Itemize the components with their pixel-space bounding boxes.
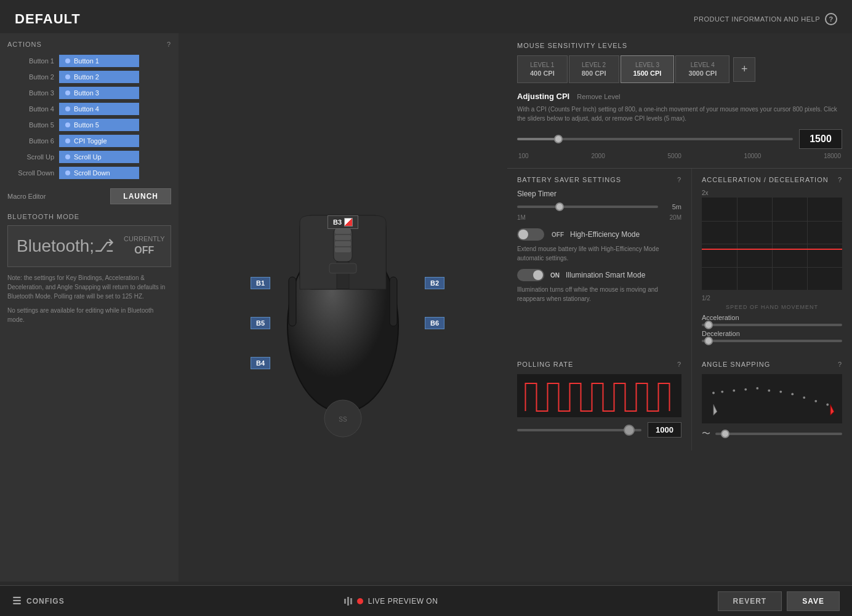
action-row: Scroll Down Scroll Down bbox=[7, 165, 171, 181]
svg-point-21 bbox=[814, 400, 817, 402]
action-dot bbox=[65, 138, 70, 143]
action-button[interactable]: Button 3 bbox=[59, 87, 139, 99]
launch-button[interactable]: LAUNCH bbox=[110, 188, 171, 204]
illum-knob bbox=[533, 270, 543, 280]
polling-title: POLLING RATE ? bbox=[517, 361, 681, 368]
svg-point-14 bbox=[733, 390, 735, 392]
live-bar-2 bbox=[347, 597, 349, 606]
sleep-slider-thumb[interactable] bbox=[555, 202, 564, 211]
help-label: PRODUCT INFORMATION AND HELP bbox=[694, 15, 820, 23]
cpi-value-box: 1500 bbox=[799, 129, 842, 149]
sensitivity-title: MOUSE SENSITIVITY LEVELS bbox=[517, 42, 842, 49]
polling-slider-thumb[interactable] bbox=[624, 425, 635, 436]
cpi-level-button[interactable]: LEVEL 43000 CPI bbox=[675, 55, 729, 83]
page-title: DEFAULT bbox=[15, 11, 81, 27]
svg-rect-3 bbox=[335, 229, 351, 234]
illumination-toggle[interactable] bbox=[517, 269, 544, 281]
action-button[interactable]: Scroll Down bbox=[59, 167, 139, 179]
action-button[interactable]: Button 4 bbox=[59, 103, 139, 115]
mouse-btn-b4[interactable]: B4 bbox=[251, 357, 270, 369]
action-button[interactable]: Button 5 bbox=[59, 119, 139, 131]
illum-desc: Illumination turns off while the mouse i… bbox=[517, 285, 681, 303]
cpi-level-button[interactable]: LEVEL 31500 CPI bbox=[621, 55, 675, 83]
sleep-slider[interactable] bbox=[517, 206, 658, 208]
macro-row: Macro Editor LAUNCH bbox=[7, 188, 171, 204]
footer-right: REVERT SAVE bbox=[718, 591, 840, 611]
live-preview-label: LIVE PREVIEW ON bbox=[368, 597, 438, 606]
angle-help[interactable]: ? bbox=[838, 361, 842, 368]
mouse-btn-b3[interactable]: B3 bbox=[328, 215, 358, 229]
svg-rect-11 bbox=[329, 263, 356, 273]
action-label: Scroll Down bbox=[7, 165, 57, 181]
actions-help[interactable]: ? bbox=[167, 41, 171, 48]
bt-currently: CURRENTLY bbox=[124, 234, 164, 244]
accel-slider-thumb[interactable] bbox=[704, 321, 713, 329]
action-row: Button 5 Button 5 bbox=[7, 117, 171, 133]
configs-label: CONFIGS bbox=[26, 597, 65, 606]
revert-button[interactable]: REVERT bbox=[718, 591, 782, 611]
bluetooth-box: Bluetooth;⎇ CURRENTLY OFF bbox=[7, 225, 171, 267]
action-label: Button 1 bbox=[7, 53, 57, 69]
save-button[interactable]: SAVE bbox=[787, 591, 840, 611]
action-row: Button 3 Button 3 bbox=[7, 85, 171, 101]
action-button[interactable]: Scroll Up bbox=[59, 151, 139, 163]
action-label: Button 6 bbox=[7, 133, 57, 149]
accel-help[interactable]: ? bbox=[838, 176, 842, 183]
configs-button[interactable]: ☰ CONFIGS bbox=[12, 595, 65, 607]
action-label: Button 5 bbox=[7, 117, 57, 133]
cpi-level-button[interactable]: LEVEL 2800 CPI bbox=[569, 55, 619, 83]
action-dot bbox=[65, 106, 70, 111]
high-efficiency-toggle[interactable] bbox=[517, 228, 544, 241]
cpi-ticks: 100200050001000018000 bbox=[517, 153, 842, 159]
action-button[interactable]: Button 2 bbox=[59, 71, 139, 83]
live-bar-1 bbox=[344, 599, 346, 604]
polling-slider-row: 1000 bbox=[517, 422, 681, 438]
macro-label: Macro Editor bbox=[7, 193, 46, 200]
remove-level-link[interactable]: Remove Level bbox=[577, 93, 620, 100]
bluetooth-title: BLUETOOTH MODE bbox=[7, 213, 171, 220]
action-button[interactable]: CPI Toggle bbox=[59, 135, 139, 147]
high-eff-state: OFF bbox=[552, 231, 564, 238]
cpi-slider-thumb[interactable] bbox=[554, 135, 563, 143]
action-dot bbox=[65, 122, 70, 127]
svg-point-12 bbox=[712, 392, 715, 394]
battery-help[interactable]: ? bbox=[677, 176, 681, 183]
polling-slider[interactable] bbox=[517, 429, 641, 431]
accel-slider[interactable] bbox=[702, 324, 842, 326]
angle-slider[interactable] bbox=[715, 433, 842, 435]
cpi-add-button[interactable]: + bbox=[733, 57, 755, 82]
live-preview: LIVE PREVIEW ON bbox=[344, 597, 438, 606]
decel-slider-row bbox=[702, 340, 842, 342]
cpi-slider[interactable] bbox=[517, 138, 793, 140]
mouse-image: SS bbox=[238, 154, 448, 462]
action-row: Scroll Up Scroll Up bbox=[7, 149, 171, 165]
footer: ☰ CONFIGS LIVE PREVIEW ON REVERT SAVE bbox=[0, 585, 852, 616]
battery-accel-row: BATTERY SAVER SETTINGS ? Sleep Timer 5m … bbox=[507, 169, 852, 353]
mouse-btn-b2[interactable]: B2 bbox=[425, 277, 444, 289]
svg-rect-5 bbox=[335, 241, 351, 246]
battery-title: BATTERY SAVER SETTINGS ? bbox=[517, 176, 681, 183]
svg-point-16 bbox=[756, 387, 758, 390]
action-button[interactable]: Button 1 bbox=[59, 55, 139, 67]
decel-slider-thumb[interactable] bbox=[704, 337, 713, 345]
mouse-btn-b6[interactable]: B6 bbox=[425, 317, 444, 329]
action-row: Button 4 Button 4 bbox=[7, 101, 171, 117]
decel-label: Deceleration bbox=[702, 330, 842, 337]
cpi-level-button[interactable]: LEVEL 1400 CPI bbox=[517, 55, 568, 83]
sleep-value: 5m bbox=[663, 203, 681, 210]
svg-rect-8 bbox=[390, 277, 397, 326]
illum-label: Illumination Smart Mode bbox=[566, 271, 645, 279]
mouse-btn-b5[interactable]: B5 bbox=[251, 317, 270, 329]
help-icon[interactable]: ? bbox=[825, 13, 837, 25]
mouse-btn-b1[interactable]: B1 bbox=[251, 277, 270, 289]
angle-graph bbox=[702, 374, 842, 423]
actions-section-header: ACTIONS ? bbox=[7, 41, 171, 48]
action-dot bbox=[65, 154, 70, 159]
polling-help[interactable]: ? bbox=[677, 361, 681, 368]
angle-slider-thumb[interactable] bbox=[721, 430, 729, 438]
decel-slider[interactable] bbox=[702, 340, 842, 342]
mouse-container: SS B1 B2 B3 B4 B5 B6 bbox=[238, 154, 448, 462]
action-dot bbox=[65, 90, 70, 95]
accel-slider-row bbox=[702, 324, 842, 326]
sensitivity-section: MOUSE SENSITIVITY LEVELS LEVEL 1400 CPIL… bbox=[507, 33, 852, 169]
